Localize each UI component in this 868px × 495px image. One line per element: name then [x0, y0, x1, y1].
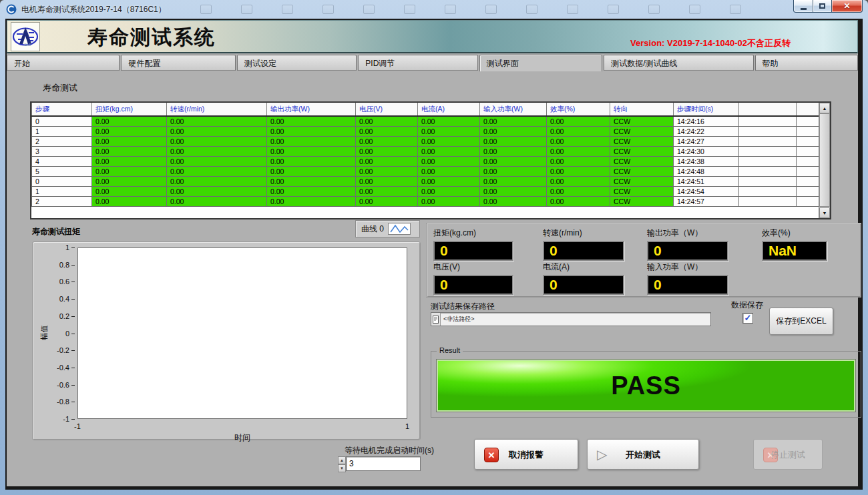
table-cell[interactable]: CCW — [610, 186, 674, 196]
table-cell[interactable]: 0.00 — [92, 116, 167, 126]
scroll-thumb[interactable] — [819, 113, 830, 207]
column-header[interactable]: 输出功率(W) — [267, 103, 356, 116]
table-cell[interactable]: CCW — [610, 196, 674, 206]
table-cell[interactable]: 3 — [32, 146, 92, 156]
table-cell[interactable]: 0.00 — [267, 196, 356, 206]
table-cell[interactable]: 14:24:48 — [674, 166, 739, 176]
table-cell[interactable]: 0.00 — [356, 186, 418, 196]
minimize-button[interactable] — [793, 0, 813, 13]
table-cell[interactable]: 14:24:27 — [674, 136, 739, 146]
scroll-down-arrow[interactable]: ▼ — [819, 207, 830, 218]
table-cell[interactable]: 0.00 — [547, 126, 610, 136]
tab-4[interactable]: PID调节 — [358, 55, 477, 71]
table-row[interactable]: 20.000.000.000.000.000.000.00CCW14:24:57 — [32, 196, 821, 206]
table-cell[interactable]: 0.00 — [356, 116, 418, 126]
table-scrollbar[interactable]: ▲ ▼ — [819, 103, 830, 218]
table-row[interactable]: 40.000.000.000.000.000.000.00CCW14:24:38 — [32, 156, 821, 166]
table-cell[interactable]: 0.00 — [267, 186, 356, 196]
path-icon[interactable] — [431, 313, 441, 326]
table-cell[interactable]: 14:24:16 — [674, 116, 739, 126]
table-cell[interactable]: 0.00 — [480, 136, 547, 146]
column-header[interactable]: 电流(A) — [418, 103, 480, 116]
column-header[interactable]: 步骤 — [32, 103, 92, 116]
table-cell[interactable]: 0.00 — [547, 166, 610, 176]
table-cell[interactable]: 0.00 — [92, 136, 167, 146]
table-cell[interactable]: 0 — [32, 116, 92, 126]
cancel-alarm-button[interactable]: ✕ 取消报警 — [474, 439, 578, 470]
table-cell[interactable]: 0.00 — [92, 196, 167, 206]
table-cell[interactable]: 5 — [32, 166, 92, 176]
table-cell[interactable]: 0.00 — [267, 126, 356, 136]
table-cell[interactable] — [797, 176, 821, 186]
table-cell[interactable]: 0.00 — [418, 136, 480, 146]
table-cell[interactable]: 0.00 — [92, 126, 167, 136]
table-cell[interactable]: 0.00 — [267, 136, 356, 146]
column-header[interactable]: 转向 — [610, 103, 674, 116]
table-cell[interactable]: 0.00 — [418, 196, 480, 206]
column-header[interactable]: 电压(V) — [356, 103, 418, 116]
table-row[interactable]: 30.000.000.000.000.000.000.00CCW14:24:30 — [32, 146, 821, 156]
table-cell[interactable]: 2 — [32, 136, 92, 146]
decrement-arrow-icon[interactable]: ▼ — [338, 464, 346, 472]
data-save-checkbox[interactable]: ✓ — [742, 313, 753, 324]
table-row[interactable]: 10.000.000.000.000.000.000.00CCW14:24:54 — [32, 186, 821, 196]
table-cell[interactable]: 0.00 — [267, 176, 356, 186]
table-cell[interactable] — [797, 126, 821, 136]
table-cell[interactable]: 0.00 — [356, 136, 418, 146]
table-cell[interactable]: CCW — [610, 136, 674, 146]
table-cell[interactable]: CCW — [610, 176, 674, 186]
wait-time-input[interactable]: 3 — [346, 456, 421, 471]
table-cell[interactable]: 1 — [32, 186, 92, 196]
table-cell[interactable]: 0.00 — [418, 166, 480, 176]
table-cell[interactable]: 0.00 — [418, 146, 480, 156]
scroll-up-arrow[interactable]: ▲ — [819, 103, 830, 113]
table-cell[interactable]: 14:24:30 — [674, 146, 739, 156]
table-cell[interactable]: 2 — [32, 196, 92, 206]
table-cell[interactable] — [797, 166, 821, 176]
table-cell[interactable]: CCW — [610, 156, 674, 166]
table-cell[interactable]: 14:24:51 — [674, 176, 739, 186]
tab-5[interactable]: 测试界面 — [479, 55, 602, 71]
table-row[interactable]: 10.000.000.000.000.000.000.00CCW14:24:22 — [32, 126, 821, 136]
table-cell[interactable]: 0.00 — [167, 146, 267, 156]
table-cell[interactable] — [739, 176, 797, 186]
table-cell[interactable] — [739, 166, 797, 176]
table-cell[interactable]: 1 — [32, 126, 92, 136]
save-to-excel-button[interactable]: 保存到EXCEL — [769, 308, 833, 335]
table-cell[interactable]: 14:24:22 — [674, 126, 739, 136]
window-titlebar[interactable]: 电机寿命测试系统2019-7-14（8716C1） ✕ — [0, 0, 868, 19]
table-cell[interactable]: 14:24:54 — [674, 186, 739, 196]
table-cell[interactable]: 0.00 — [418, 156, 480, 166]
table-cell[interactable] — [797, 136, 821, 146]
table-cell[interactable]: 0.00 — [167, 196, 267, 206]
table-cell[interactable]: 0.00 — [418, 126, 480, 136]
table-cell[interactable]: 0.00 — [267, 116, 356, 126]
table-cell[interactable]: 0.00 — [167, 156, 267, 166]
table-cell[interactable]: 0.00 — [418, 116, 480, 126]
table-cell[interactable]: 0.00 — [167, 186, 267, 196]
table-cell[interactable] — [797, 156, 821, 166]
table-cell[interactable]: 0 — [32, 176, 92, 186]
table-cell[interactable]: 0.00 — [480, 126, 547, 136]
table-cell[interactable]: CCW — [610, 166, 674, 176]
table-cell[interactable]: 0.00 — [547, 116, 610, 126]
table-cell[interactable]: CCW — [610, 126, 674, 136]
table-cell[interactable]: 0.00 — [418, 186, 480, 196]
table-cell[interactable]: 0.00 — [92, 156, 167, 166]
table-cell[interactable]: 0.00 — [356, 126, 418, 136]
curve-legend[interactable]: 曲线 0 — [355, 220, 420, 237]
tab-1[interactable]: 开始 — [7, 55, 120, 71]
table-cell[interactable]: 0.00 — [418, 176, 480, 186]
table-cell[interactable]: 0.00 — [267, 166, 356, 176]
table-cell[interactable] — [739, 156, 797, 166]
column-header[interactable]: 转速(r/min) — [167, 103, 267, 116]
table-cell[interactable] — [797, 186, 821, 196]
tab-3[interactable]: 测试设定 — [237, 55, 357, 71]
table-cell[interactable]: 4 — [32, 156, 92, 166]
tab-7[interactable]: 帮助 — [755, 55, 859, 71]
table-cell[interactable]: 0.00 — [547, 136, 610, 146]
column-header[interactable] — [797, 103, 821, 116]
table-cell[interactable]: 0.00 — [547, 146, 610, 156]
table-cell[interactable]: 0.00 — [356, 146, 418, 156]
table-cell[interactable]: 0.00 — [480, 186, 547, 196]
